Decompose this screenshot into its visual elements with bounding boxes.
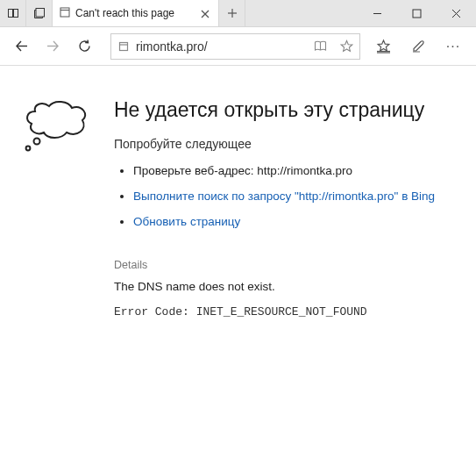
svg-point-23: [34, 139, 40, 145]
tabs-aside-icon[interactable]: [0, 0, 26, 26]
tab-title: Can't reach this page: [75, 7, 195, 19]
svg-rect-2: [36, 9, 45, 18]
url-text[interactable]: rimontka.pro/: [136, 39, 307, 54]
svg-marker-19: [378, 40, 389, 51]
new-tab-button[interactable]: [219, 0, 245, 26]
notes-icon[interactable]: [402, 39, 434, 54]
thought-cloud-icon: [18, 97, 100, 154]
window-close-button[interactable]: [437, 0, 476, 26]
details-label: Details: [114, 259, 435, 271]
title-bar: Can't reach this page: [0, 0, 476, 27]
reading-view-icon[interactable]: [307, 39, 333, 53]
svg-rect-15: [120, 42, 128, 50]
try-label: Попробуйте следующее: [114, 137, 435, 151]
refresh-button[interactable]: [70, 32, 98, 61]
suggestions-list: Проверьте веб-адрес: http://rimontka.pro…: [114, 161, 435, 233]
show-tabs-icon[interactable]: [26, 0, 53, 26]
favorite-icon[interactable]: [333, 39, 359, 53]
error-code-label: Error Code:: [114, 305, 196, 318]
error-code-line: Error Code: INET_E_RESOURCE_NOT_FOUND: [114, 304, 435, 322]
suggestion-search-link[interactable]: Выполните поиск по запросу "http://rimon…: [133, 190, 435, 203]
error-code-value: INET_E_RESOURCE_NOT_FOUND: [196, 305, 367, 318]
back-button[interactable]: [7, 32, 35, 61]
dots-icon: ···: [446, 39, 460, 54]
toolbar: rimontka.pro/ ···: [0, 27, 476, 66]
site-info-icon[interactable]: [111, 41, 136, 52]
svg-rect-3: [60, 8, 69, 17]
browser-tab[interactable]: Can't reach this page: [53, 0, 219, 26]
error-page: Не удается открыть эту страницу Попробуй…: [0, 66, 476, 339]
error-message: Не удается открыть эту страницу Попробуй…: [114, 97, 435, 321]
svg-rect-0: [8, 10, 12, 18]
titlebar-drag-area[interactable]: [245, 0, 358, 26]
error-heading: Не удается открыть эту страницу: [114, 97, 435, 123]
address-bar[interactable]: rimontka.pro/: [110, 33, 360, 60]
svg-marker-18: [341, 41, 352, 52]
suggestion-refresh-link[interactable]: Обновить страницу: [133, 215, 240, 228]
suggestion-check-url: Проверьте веб-адрес: http://rimontka.pro: [133, 161, 435, 182]
svg-rect-1: [13, 10, 18, 18]
more-menu-button[interactable]: ···: [437, 39, 469, 54]
maximize-button[interactable]: [397, 0, 437, 26]
svg-rect-10: [413, 10, 421, 18]
dns-message: The DNS name does not exist.: [114, 280, 435, 293]
favorites-hub-icon[interactable]: [367, 39, 399, 54]
svg-point-24: [26, 147, 31, 151]
page-icon: [60, 7, 70, 20]
forward-button[interactable]: [39, 32, 67, 61]
close-tab-icon[interactable]: [201, 9, 210, 18]
minimize-button[interactable]: [358, 0, 397, 26]
